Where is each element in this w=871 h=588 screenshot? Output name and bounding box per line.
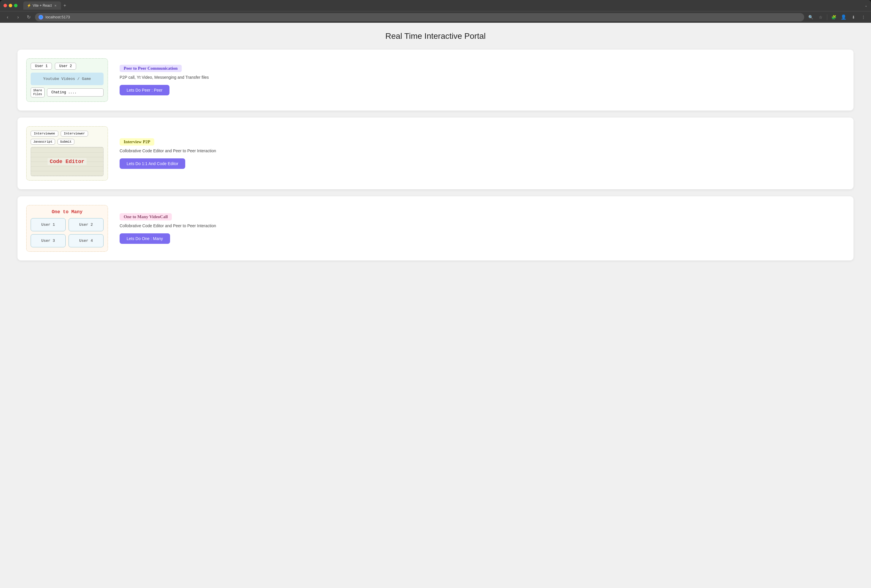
p2p-user2-chip: User 2 (55, 63, 76, 70)
code-editor-area: Code Editor (31, 147, 103, 176)
interview-card-info: Interview P2P Collobrative Code Editor a… (120, 138, 845, 169)
interview-controls-row: Javascript Submit (31, 139, 103, 145)
onetomany-grid: User 1 User 2 User 3 User 4 (31, 218, 103, 247)
p2p-tag: Peer to Peer Communication (120, 65, 182, 72)
active-tab[interactable]: ⚡ Vite + React ✕ (23, 1, 61, 10)
address-text: localhost:5173 (45, 15, 70, 19)
tab-bar: ⚡ Vite + React ✕ + (23, 1, 862, 10)
titlebar: ⚡ Vite + React ✕ + ⌄ (0, 0, 871, 11)
p2p-screen: Youtube Videos / Game (31, 73, 103, 85)
site-icon: 🌐 (39, 15, 43, 19)
tab-close-button[interactable]: ✕ (53, 3, 57, 7)
minimize-button[interactable] (9, 4, 12, 7)
onetomany-title: One to Many (31, 209, 103, 215)
interviewee-chip: Interviewee (31, 131, 58, 136)
downloads-button[interactable]: ⬇ (849, 13, 858, 21)
p2p-users-row: User 1 User 2 (31, 63, 103, 70)
toolbar-icons: 🔍 ☆ 🧩 👤 ⬇ ⋮ (807, 13, 868, 21)
p2p-screen-text: Youtube Videos / Game (35, 77, 99, 81)
onetomany-tag: One to Many VideoCall (120, 213, 172, 220)
page-title: Real Time Interactive Portal (18, 31, 853, 41)
p2p-bottom-row: Share Files Chating .... (31, 87, 103, 97)
interview-button[interactable]: Lets Do 1:1 And Code Editor (120, 159, 185, 169)
onetomany-user3: User 3 (31, 234, 66, 247)
interview-description: Collobrative Code Editor and Peer to Pee… (120, 148, 845, 153)
p2p-share-chip: Share Files (31, 87, 45, 97)
profile-button[interactable]: 👤 (840, 13, 848, 21)
page-content: Real Time Interactive Portal User 1 User… (0, 23, 871, 588)
onetomany-user1: User 1 (31, 218, 66, 231)
editor-label: Code Editor (48, 158, 87, 165)
onetomany-user4: User 4 (69, 234, 103, 247)
menu-button[interactable]: ⋮ (859, 13, 868, 21)
close-button[interactable] (3, 4, 7, 7)
p2p-illustration: User 1 User 2 Youtube Videos / Game Shar… (26, 58, 108, 102)
back-button[interactable]: ‹ (3, 13, 12, 21)
maximize-button[interactable] (14, 4, 18, 7)
extensions-button[interactable]: 🧩 (829, 13, 838, 21)
traffic-lights (3, 4, 18, 7)
language-chip: Javascript (31, 139, 55, 145)
p2p-button[interactable]: Lets Do Peer : Peer (120, 85, 169, 95)
onetomany-description: Collobrative Code Editor and Peer to Pee… (120, 223, 845, 228)
submit-chip: Submit (57, 139, 74, 145)
onetomany-card: One to Many User 1 User 2 User 3 User 4 … (18, 196, 853, 260)
interview-tag: Interview P2P (120, 138, 154, 145)
onetomany-user2: User 2 (69, 218, 103, 231)
address-bar[interactable]: 🌐 localhost:5173 (35, 13, 804, 21)
browser-toolbar: ‹ › ↻ 🌐 localhost:5173 🔍 ☆ 🧩 👤 ⬇ ⋮ (0, 11, 871, 23)
p2p-chat-chip: Chating .... (47, 88, 103, 97)
onetomany-card-info: One to Many VideoCall Collobrative Code … (120, 213, 845, 244)
p2p-user1-chip: User 1 (31, 63, 52, 70)
new-tab-button[interactable]: + (61, 3, 68, 8)
interview-top-row: Interviewee Interviewer (31, 131, 103, 136)
p2p-card: User 1 User 2 Youtube Videos / Game Shar… (18, 49, 853, 111)
p2p-card-info: Peer to Peer Communication P2P call, Yt … (120, 65, 845, 95)
interview-illustration: Interviewee Interviewer Javascript Submi… (26, 126, 108, 181)
search-icon-button[interactable]: 🔍 (807, 13, 815, 21)
tab-label: Vite + React (33, 3, 52, 7)
tab-dropdown-button[interactable]: ⌄ (865, 3, 868, 7)
interview-card: Interviewee Interviewer Javascript Submi… (18, 118, 853, 189)
vite-icon: ⚡ (27, 3, 31, 7)
toolbar-divider (827, 14, 827, 20)
browser-window: ⚡ Vite + React ✕ + ⌄ ‹ › ↻ 🌐 localhost:5… (0, 0, 871, 588)
forward-button[interactable]: › (14, 13, 22, 21)
interviewer-chip: Interviewer (61, 131, 88, 136)
onetomany-button[interactable]: Lets Do One : Many (120, 233, 170, 244)
p2p-description: P2P call, Yt Video, Messenging and Trans… (120, 75, 845, 79)
onetomany-illustration: One to Many User 1 User 2 User 3 User 4 (26, 205, 108, 252)
bookmark-icon-button[interactable]: ☆ (816, 13, 825, 21)
reload-button[interactable]: ↻ (24, 13, 33, 21)
